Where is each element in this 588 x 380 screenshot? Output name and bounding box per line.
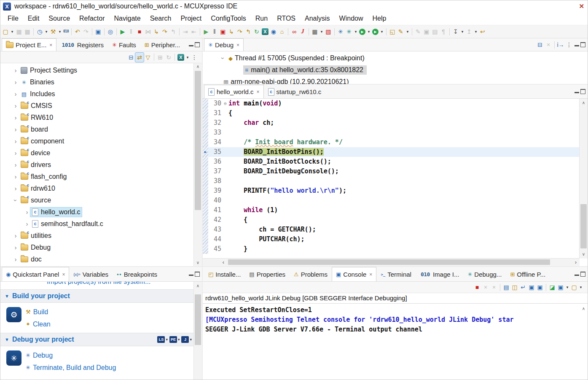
scroll-up-icon[interactable]: ∧ (580, 305, 588, 312)
tab[interactable]: 010 Image I... (416, 267, 464, 281)
twistie-icon[interactable]: › (12, 173, 19, 180)
quickstart-scrollbar[interactable]: ∧ (193, 282, 202, 380)
suspend-icon[interactable]: ‖ (127, 27, 135, 36)
code-text[interactable]: while (1) (228, 205, 580, 215)
clean-link[interactable]: ✦ Clean (26, 318, 51, 330)
console-toolbar-icon[interactable] (546, 284, 546, 291)
twistie-icon[interactable]: › (12, 244, 19, 251)
scroll-down-icon[interactable]: ∨ (580, 251, 588, 258)
editor-vertical-scrollbar[interactable]: ∧ ∨ (579, 99, 588, 259)
dropdown-icon[interactable]: ▾ (44, 27, 49, 36)
maximize-button[interactable] (580, 272, 585, 277)
refactor-icon[interactable]: ▣ (422, 27, 431, 36)
twistie-icon[interactable]: › (12, 102, 19, 109)
word-wrap-icon[interactable]: ↵ (519, 283, 527, 292)
code-editor[interactable]: 30⊖int main(void)31{32 char ch;3334 /* I… (203, 99, 580, 259)
tree-item-content[interactable]: ▤ Includes (19, 89, 57, 99)
editor-tab[interactable]: c startup_rw610.c (264, 85, 326, 98)
menu-item[interactable]: Analysis (300, 13, 335, 24)
link-icon[interactable]: ∞ (290, 27, 298, 36)
twistie-icon[interactable]: › (12, 185, 19, 192)
code-text[interactable]: BOARD_InitBootPins(); (228, 147, 580, 157)
build-hammer-icon[interactable]: ⚒ (49, 27, 57, 36)
code-text[interactable]: int main(void) (228, 99, 580, 108)
terminate-build-debug-link[interactable]: ✳ Terminate, Build and Debug (26, 361, 116, 374)
redo-icon[interactable]: ↷ (82, 27, 90, 36)
menu-item[interactable]: Edit (23, 13, 44, 24)
dropdown-icon[interactable]: ▾ (57, 27, 62, 36)
tree-item[interactable]: › c hello_world.c (0, 206, 202, 218)
suspend-all-icon[interactable]: ‖ (210, 27, 219, 36)
menu-item[interactable]: RTOS (272, 13, 300, 24)
toolbar-icon[interactable] (334, 28, 335, 35)
close-tab-icon[interactable]: × (49, 42, 52, 48)
twistie-icon[interactable]: › (12, 150, 19, 156)
editor-tab[interactable]: c hello_world.c × (204, 85, 264, 98)
menu-item[interactable]: Help (368, 13, 391, 24)
menu-item[interactable]: File (3, 13, 23, 24)
build-link[interactable]: ⚒ Build (26, 306, 51, 318)
menu-item[interactable]: Window (335, 13, 368, 24)
toolbar-icon[interactable] (200, 28, 200, 35)
scroll-left-icon[interactable]: ‹ (220, 259, 227, 266)
tree-item-content[interactable]: c semihost_hardfault.c (30, 219, 105, 229)
tree-item-content[interactable]: component (19, 137, 66, 146)
menu-item[interactable]: Search (145, 13, 176, 24)
code-text[interactable]: { (228, 215, 580, 225)
instruction-stepping-icon[interactable]: ⇤ (190, 27, 198, 36)
search-icon[interactable]: ◎ (106, 27, 115, 36)
minimize-button[interactable] (575, 275, 579, 276)
terminate-icon[interactable]: ■ (135, 27, 144, 36)
selected-frame[interactable]: ≡ main() at hello_world.c:35 0x8001822 (243, 65, 367, 75)
profile-icon[interactable]: ▶ (372, 29, 379, 35)
tree-item-content[interactable]: board (19, 125, 50, 134)
debug-probe-badge[interactable]: J (181, 336, 189, 343)
scroll-up-icon[interactable]: ∧ (580, 100, 588, 106)
thread-row[interactable]: › ◆ Thread #1 57005 (Suspended : Breakpo… (203, 52, 588, 64)
tab[interactable]: ✳ Debugg... (463, 267, 506, 281)
clear-console-icon[interactable]: ▤ (502, 283, 510, 292)
close-tab-icon[interactable]: × (369, 272, 372, 278)
tree-item[interactable]: › utilities (0, 230, 202, 242)
tree-item-content[interactable]: ✳ Binaries (19, 78, 56, 87)
dropdown-icon[interactable]: ▾ (366, 27, 371, 36)
binary-file-icon[interactable]: 010 (62, 28, 70, 35)
scroll-lock-icon[interactable]: ◫ (510, 283, 519, 292)
code-text[interactable]: { (228, 108, 580, 118)
toolbar-icon[interactable] (412, 28, 412, 35)
step-over-icon[interactable]: ↷ (161, 27, 169, 36)
last-edit-location-icon[interactable]: ↩ (478, 27, 487, 36)
tab[interactable]: 1010 Registers (56, 38, 108, 51)
dropdown-icon[interactable]: ▾ (178, 337, 180, 342)
code-text[interactable]: BOARD_InitDebugConsole(); (228, 167, 580, 176)
run-icon[interactable]: ▶ (359, 29, 365, 35)
twistie-icon[interactable]: › (24, 209, 30, 216)
step-return-all-icon[interactable]: ↰ (244, 27, 252, 36)
mcux-quickaccess-icon[interactable]: X (177, 54, 184, 61)
disconnect-icon[interactable]: ⋈ (144, 27, 152, 36)
view-toolbar-icon[interactable] (154, 54, 154, 61)
dropdown-icon[interactable]: ▾ (166, 337, 168, 342)
home-icon[interactable]: ⌂ (278, 27, 286, 36)
tab-debug[interactable]: ✳ Debug × (204, 38, 244, 51)
twistie-icon[interactable]: › (24, 221, 30, 227)
minimize-button[interactable] (189, 45, 193, 46)
debug-bug-icon[interactable]: ✳ (336, 27, 345, 36)
tab[interactable]: ✳ Faults (108, 38, 140, 51)
twistie-icon[interactable]: › (12, 232, 19, 239)
toolbar-icon[interactable] (116, 28, 117, 35)
tree-item[interactable]: › ✳ Binaries (0, 76, 202, 88)
twistie-icon[interactable]: › (12, 126, 19, 133)
format-icon[interactable]: ▤ (431, 27, 439, 36)
tab[interactable]: >_ Terminal (376, 267, 416, 281)
dropdown-icon[interactable]: ▾ (10, 27, 15, 36)
dropdown-icon[interactable]: ▾ (578, 283, 583, 292)
code-text[interactable]: PUTCHAR(ch); (228, 234, 580, 244)
dropdown-icon[interactable]: ▾ (565, 283, 570, 292)
code-text[interactable]: char ch; (228, 118, 580, 128)
globe-icon[interactable]: ◉ (269, 27, 278, 36)
view-toolbar-icon[interactable] (554, 41, 555, 49)
twistie-icon[interactable]: › (12, 91, 19, 97)
run-to-line-icon[interactable]: ⇥ (181, 27, 190, 36)
twistie-icon[interactable]: › (12, 162, 19, 168)
